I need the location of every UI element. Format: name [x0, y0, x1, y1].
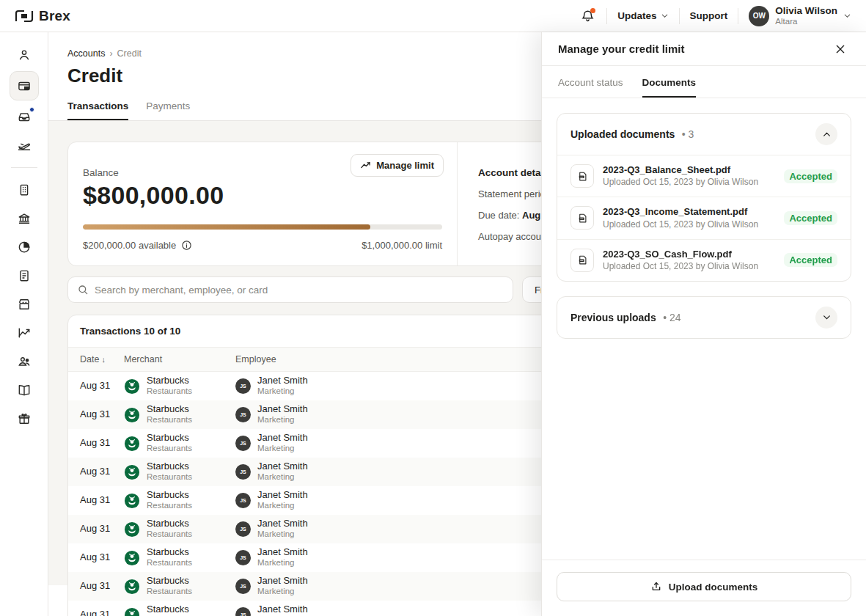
- document-row[interactable]: 2023-Q3_Income_Statement.pdf Uploaded Oc…: [557, 197, 851, 238]
- merchant-name: Starbucks: [147, 490, 192, 501]
- chevron-down-icon: [843, 12, 851, 20]
- transaction-date: Aug 31: [80, 609, 124, 616]
- employee-avatar: JS: [235, 607, 251, 616]
- employee-department: Marketing: [257, 472, 308, 482]
- available-amount: $200,000.00 available: [83, 240, 176, 251]
- sidebar-item-credit-active[interactable]: [10, 71, 39, 100]
- manage-limit-button[interactable]: Manage limit: [351, 154, 444, 177]
- employee-avatar: JS: [235, 464, 251, 480]
- sidebar-item-resources[interactable]: [10, 378, 39, 403]
- panel-tab-documents[interactable]: Documents: [642, 66, 697, 98]
- avatar: OW: [749, 6, 769, 26]
- merchant-category: Restaurants: [147, 472, 192, 482]
- upload-icon: [650, 581, 662, 593]
- employee-name: Janet Smith: [257, 547, 308, 558]
- sidebar-item-reports[interactable]: [10, 235, 39, 260]
- manage-credit-limit-panel: Manage your credit limit Account status …: [541, 32, 866, 616]
- previous-uploads-card: Previous uploads • 24: [557, 296, 851, 339]
- sidebar-item-inbox[interactable]: [10, 104, 39, 129]
- chevron-up-icon: [822, 130, 832, 139]
- merchant-name: Starbucks: [147, 375, 192, 386]
- document-list: 2023-Q3_Balance_Sheet.pdf Uploaded Oct 1…: [557, 155, 851, 281]
- sidebar-item-company[interactable]: [10, 177, 39, 202]
- sidebar-item-analytics[interactable]: [10, 320, 39, 345]
- transaction-date: Aug 31: [80, 438, 124, 449]
- employee-avatar: JS: [235, 436, 251, 451]
- balance-section: Manage limit Balance $800,000.00 $200,00…: [68, 142, 458, 265]
- document-status-badge: Accepted: [784, 169, 837, 183]
- starbucks-logo: [124, 493, 140, 509]
- brex-logo-icon: [15, 9, 34, 23]
- trend-icon: [360, 161, 371, 170]
- book-icon: [17, 383, 32, 397]
- panel-tabs: Account status Documents: [542, 66, 866, 98]
- starbucks-logo: [124, 579, 140, 595]
- merchant-category: Restaurants: [147, 501, 192, 510]
- pie-chart-icon: [17, 240, 32, 254]
- airplane-icon: [17, 138, 32, 153]
- sidebar: [0, 32, 48, 616]
- upload-documents-button[interactable]: Upload documents: [557, 572, 851, 601]
- trend-chart-icon: [17, 326, 32, 340]
- divider: [679, 8, 680, 24]
- sidebar-item-rewards[interactable]: [10, 406, 39, 431]
- document-row[interactable]: 2023-Q3_Balance_Sheet.pdf Uploaded Oct 1…: [557, 155, 851, 197]
- merchant-name: Starbucks: [147, 433, 192, 444]
- sidebar-item-travel[interactable]: [10, 133, 39, 158]
- transaction-date: Aug 31: [80, 466, 124, 477]
- inbox-icon: [17, 109, 32, 124]
- document-row[interactable]: 2023-Q3_SO_Cash_Flow.pdf Uploaded Oct 15…: [557, 239, 851, 281]
- brex-logo[interactable]: Brex: [15, 8, 70, 24]
- credit-card-icon: [17, 78, 32, 93]
- merchant-name: Starbucks: [147, 604, 192, 615]
- breadcrumb-accounts[interactable]: Accounts: [67, 48, 105, 59]
- sidebar-item-person[interactable]: [10, 43, 39, 67]
- sidebar-item-storefront[interactable]: [10, 292, 39, 317]
- search-input-wrap: [67, 276, 513, 303]
- sidebar-item-bank[interactable]: [10, 206, 39, 231]
- storefront-icon: [17, 297, 32, 312]
- column-header-date[interactable]: Date↓: [80, 354, 124, 364]
- employee-department: Marketing: [257, 587, 308, 596]
- employee-name: Janet Smith: [257, 604, 308, 615]
- manage-limit-label: Manage limit: [376, 160, 434, 171]
- panel-title: Manage your credit limit: [558, 43, 685, 55]
- updates-menu[interactable]: Updates: [617, 10, 668, 21]
- close-icon[interactable]: [831, 40, 850, 59]
- inbox-unread-dot: [29, 107, 34, 112]
- employee-name: Janet Smith: [257, 375, 308, 386]
- divider: [738, 8, 738, 24]
- expand-section-button[interactable]: [815, 307, 837, 329]
- search-input[interactable]: [95, 285, 504, 296]
- balance-amount: $800,000.00: [83, 181, 442, 210]
- collapse-section-button[interactable]: [815, 123, 837, 145]
- file-pdf-icon: [570, 249, 594, 272]
- sidebar-item-team[interactable]: [10, 349, 39, 374]
- breadcrumb-current: Credit: [117, 48, 142, 59]
- merchant-name: Starbucks: [147, 461, 192, 472]
- breadcrumb-separator: ›: [109, 48, 112, 59]
- employee-avatar: JS: [235, 378, 251, 394]
- sidebar-item-bills[interactable]: [10, 263, 39, 288]
- file-pdf-icon: [570, 164, 594, 188]
- uploaded-documents-count: • 3: [682, 128, 694, 140]
- transaction-date: Aug 31: [80, 381, 124, 392]
- tab-transactions[interactable]: Transactions: [67, 100, 128, 120]
- tab-payments[interactable]: Payments: [146, 100, 190, 120]
- info-icon[interactable]: [181, 240, 192, 251]
- user-menu[interactable]: OW Olivia Wilson Altara: [749, 6, 851, 26]
- employee-avatar: JS: [235, 579, 251, 594]
- user-org: Altara: [775, 17, 837, 26]
- document-status-badge: Accepted: [784, 253, 837, 267]
- notifications-bell-icon[interactable]: [579, 7, 596, 25]
- employee-avatar: JS: [235, 550, 251, 565]
- merchant-name: Starbucks: [147, 547, 192, 558]
- chevron-down-icon: [661, 12, 669, 20]
- column-header-merchant[interactable]: Merchant: [124, 354, 235, 364]
- credit-usage-fill: [83, 224, 370, 230]
- employee-department: Marketing: [257, 444, 308, 453]
- panel-tab-account-status[interactable]: Account status: [558, 66, 623, 98]
- support-link[interactable]: Support: [690, 10, 728, 21]
- employee-name: Janet Smith: [257, 576, 308, 587]
- starbucks-logo: [124, 550, 140, 566]
